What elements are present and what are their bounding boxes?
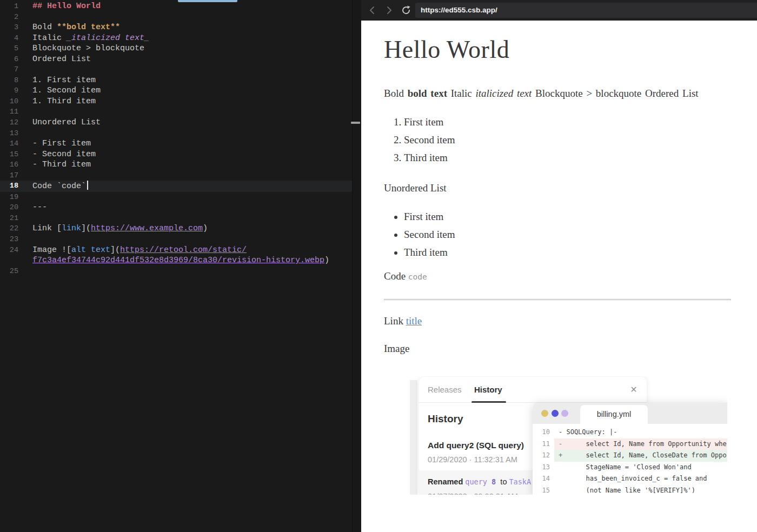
line-number: 15 [0, 149, 18, 160]
list-item: First item [404, 115, 731, 129]
editor-line[interactable]: 6Ordered List [0, 54, 352, 65]
diff-row: 10- SOQLQuery: |- [533, 427, 727, 438]
syntax-plain: 1. Second item [32, 86, 101, 95]
syntax-plain: ]( [110, 245, 120, 255]
rendered-image: Releases History ✕ History Add query2 (S… [410, 376, 727, 495]
editor-line[interactable]: 101. Third item [0, 96, 352, 107]
editor-line[interactable]: 17 [0, 170, 352, 181]
refresh-icon[interactable] [400, 4, 412, 16]
line-number: 24 [0, 245, 18, 266]
editor-line[interactable]: 14- First item [0, 138, 352, 149]
syntax-url: https://www.example.com [91, 224, 203, 233]
line-number: 3 [0, 22, 18, 33]
code-paragraph: Code code [384, 269, 731, 284]
editor-line[interactable]: 11 [0, 107, 352, 117]
line-number: 17 [0, 170, 18, 181]
syntax-plain: --- [32, 203, 47, 212]
diff-marker: - [559, 438, 562, 450]
syntax-plain: Ordered List [32, 55, 91, 64]
editor-line[interactable]: 91. Second item [0, 85, 352, 96]
forward-icon[interactable] [383, 4, 395, 16]
line-content: ## Hello World [32, 1, 101, 12]
editor-line[interactable]: 23 [0, 234, 352, 245]
window-dot-yellow-icon [541, 410, 548, 417]
editor-line[interactable]: 2 [0, 12, 352, 23]
diff-row: 15 (not Name like '%[VERIFY]%') [533, 485, 727, 495]
line-content: Blockquote > blockquote [32, 43, 144, 54]
line-number: 22 [0, 223, 18, 234]
line-content: Code `code` [32, 181, 88, 192]
editor-line[interactable]: 4Italic _italicized text_ [0, 33, 352, 44]
line-content: 1. Third item [32, 96, 96, 107]
syntax-plain: - Third item [32, 160, 91, 169]
file-tab: billing.yml [580, 405, 648, 424]
ordered-list: First itemSecond itemThird item [384, 115, 731, 165]
editor-line[interactable]: 1## Hello World [0, 1, 352, 12]
diff-code-text: has_been_invoiced_c = false and [559, 473, 727, 485]
link-paragraph: Link title [384, 314, 731, 328]
line-number: 21 [0, 213, 18, 224]
syntax-italicmd: _italicized text_ [67, 34, 149, 43]
syntax-plain: - Second item [32, 150, 96, 159]
editor-line[interactable]: 16- Third item [0, 159, 352, 170]
image-label: Image [384, 342, 731, 356]
syntax-plain: Italic [32, 34, 67, 43]
editor-line[interactable]: 13 [0, 128, 352, 139]
line-content: Bold **bold text** [32, 22, 120, 33]
close-icon: ✕ [629, 385, 638, 394]
line-number: 23 [0, 234, 18, 245]
unordered-list-label: Unordered List [384, 181, 731, 195]
code-label: Code [384, 270, 406, 282]
renamed-segment: 8 [492, 477, 500, 486]
editor-line[interactable]: 81. First item [0, 75, 352, 86]
editor-line[interactable]: 3Bold **bold text** [0, 22, 352, 33]
plain-text: Blockquote > blockquote Ordered List [532, 88, 698, 99]
diff-row: 13 StageName = 'Closed Won'and [533, 462, 727, 474]
diff-code-text: (not Name like '%[VERIFY]%') [559, 485, 727, 495]
editor-line[interactable]: 25 [0, 266, 352, 277]
editor-line[interactable]: 12Unordered List [0, 117, 352, 128]
italic-text: italicized text [475, 88, 532, 99]
history-panel-title: History [428, 413, 463, 425]
inline-styles-paragraph: Bold bold text Italic italicized text Bl… [384, 87, 731, 101]
plain-text: Italic [447, 88, 476, 99]
title-link[interactable]: title [406, 315, 422, 327]
syntax-plain: Unordered List [32, 118, 101, 127]
line-number: 8 [0, 75, 18, 86]
editor-line[interactable]: 18Code `code` [0, 181, 352, 192]
diff-line-number: 10 [533, 427, 550, 438]
syntax-plain: Bold [32, 23, 57, 32]
line-number: 4 [0, 33, 18, 44]
editor-line[interactable]: 7 [0, 64, 352, 75]
editor-line[interactable]: 15- Second item [0, 149, 352, 160]
back-icon[interactable] [367, 4, 378, 16]
diff-code-text: - SOQLQuery: |- [559, 427, 727, 438]
renamed-segment: TaskA [509, 477, 531, 486]
renamed-segment: to [500, 477, 509, 486]
line-content: --- [32, 202, 47, 213]
line-number: 10 [0, 96, 18, 107]
diff-line-number: 13 [533, 462, 550, 474]
address-bar[interactable]: https://ed555.csb.app/ [415, 3, 757, 18]
editor-line[interactable]: 24Image ![alt text](https://retool.com/s… [0, 245, 352, 266]
editor-line[interactable]: 21 [0, 213, 352, 224]
editor-scrollbar-marker[interactable] [351, 122, 360, 124]
editor-line[interactable]: 22Link [link](https://www.example.com) [0, 223, 352, 234]
editor-text-area[interactable]: 1## Hello World23Bold **bold text**4Ital… [0, 1, 352, 276]
renamed-segment: Renamed [428, 477, 465, 486]
editor-line[interactable]: 5Blockquote > blockquote [0, 43, 352, 54]
screenshot-background [410, 380, 417, 495]
editor-scrollbar-track[interactable] [352, 0, 361, 532]
text-cursor [87, 181, 88, 190]
url-text: https://ed555.csb.app/ [415, 3, 757, 18]
syntax-boldmd: **bold text** [57, 23, 120, 32]
history-entry-date: 01/29/2020 · 11:32:31 AM [428, 455, 517, 464]
renamed-segment: query [465, 477, 492, 486]
line-content: Italic _italicized text_ [32, 33, 149, 44]
editor-line[interactable]: 20--- [0, 202, 352, 213]
line-number: 16 [0, 159, 18, 170]
editor-line[interactable]: 19 [0, 192, 352, 203]
history-renamed-entry: Renamed query 8 to TaskA [428, 477, 531, 486]
inline-code: code [408, 272, 427, 281]
code-editor[interactable]: 1## Hello World23Bold **bold text**4Ital… [0, 0, 361, 532]
